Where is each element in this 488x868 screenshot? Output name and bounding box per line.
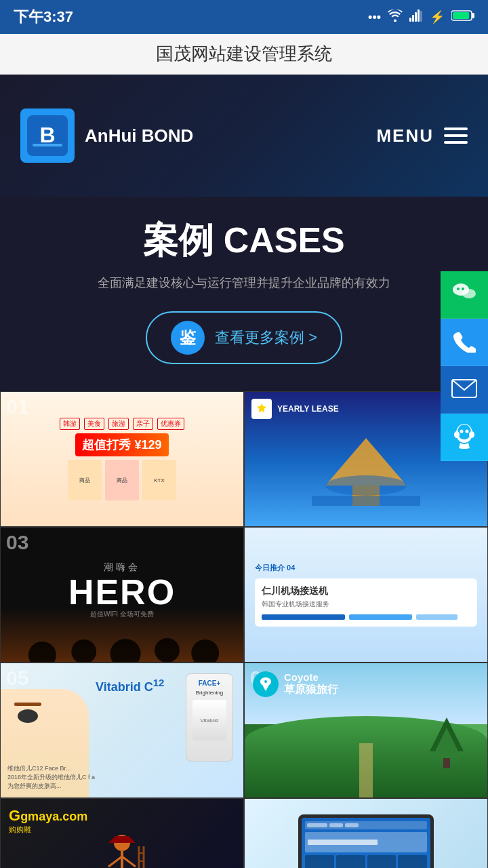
mail-icon [451, 379, 477, 401]
signal-dots-icon: ••• [368, 10, 381, 24]
company-name: AnHui BOND [85, 125, 193, 146]
item-07-bg: Ggmaya.com 购购雕 [1, 799, 243, 868]
phone-button[interactable] [441, 319, 488, 366]
item-04-bg: 今日推介 04 仁川机场接送机 韩国专业机场接送服务 [245, 528, 487, 662]
item-08-bg [245, 799, 487, 868]
svg-line-38 [108, 856, 122, 867]
coyote-chinese: 草原狼旅行 [284, 683, 338, 697]
monitor [298, 814, 434, 869]
svg-point-26 [28, 642, 56, 662]
portfolio-grid: 01 韩游美食旅游亲子优惠券 超值打秀 ¥129 商品 商品 KTX YEARL… [0, 391, 488, 868]
qq-button[interactable] [441, 414, 488, 461]
view-more-button[interactable]: 鉴 查看更多案例 > [146, 311, 342, 364]
portfolio-item-01[interactable]: 01 韩游美食旅游亲子优惠券 超值打秀 ¥129 商品 商品 KTX [0, 391, 244, 527]
charging-icon: ⚡ [430, 9, 445, 24]
status-bar: 下午3:37 ••• ⚡ [0, 0, 488, 34]
svg-point-14 [462, 288, 464, 290]
svg-point-29 [155, 638, 180, 662]
menu-button[interactable]: MENU [376, 125, 468, 146]
svg-text:B: B [39, 123, 55, 147]
portfolio-item-03[interactable]: 03 潮嗨会 HERO 超值WIFI 全场可免费 [0, 527, 244, 663]
coyote-label: Coyote [284, 671, 338, 683]
app-title: 国茂网站建设管理系统 [156, 42, 332, 66]
hamburger-icon [444, 127, 468, 144]
portfolio-item-06[interactable]: 06 [244, 663, 488, 798]
wifi-icon [388, 9, 403, 25]
svg-rect-2 [415, 12, 417, 22]
qq-icon [452, 422, 476, 452]
svg-point-20 [454, 431, 460, 438]
cases-section: 案例 CASES 全面满足建设核心与运行管理并提升企业品牌的有效力 鉴 查看更多… [0, 197, 488, 391]
svg-point-19 [466, 429, 469, 433]
svg-rect-25 [312, 496, 420, 506]
svg-point-27 [71, 639, 96, 662]
svg-point-12 [462, 289, 476, 298]
item-05-bg: Vitabrid C12 FACE+ Brightening Vitabrid … [1, 663, 243, 797]
sidebar-right [441, 271, 488, 461]
cases-btn-icon: 鉴 [171, 321, 205, 355]
portfolio-item-07[interactable]: Ggmaya.com 购购雕 [0, 798, 244, 868]
menu-label: MENU [376, 125, 434, 146]
svg-rect-3 [418, 9, 420, 22]
svg-rect-6 [472, 13, 474, 18]
hero-banner: B AnHui BOND MENU [0, 75, 488, 197]
cases-subtitle: 全面满足建设核心与运行管理并提升企业品牌的有效力 [14, 275, 474, 291]
svg-rect-10 [33, 144, 62, 146]
svg-rect-0 [409, 18, 411, 22]
svg-rect-33 [443, 758, 450, 768]
cases-title: 案例 CASES [14, 217, 474, 264]
svg-point-30 [191, 639, 219, 662]
svg-point-24 [325, 475, 407, 496]
status-icons: ••• ⚡ [368, 9, 474, 25]
svg-point-18 [460, 429, 464, 433]
company-name-block: AnHui BOND [85, 125, 193, 146]
title-bar: 国茂网站建设管理系统 [0, 34, 488, 75]
svg-rect-7 [453, 12, 469, 19]
portfolio-item-04[interactable]: 今日推介 04 仁川机场接送机 韩国专业机场接送服务 [244, 527, 488, 663]
svg-point-13 [457, 288, 460, 290]
svg-rect-1 [412, 15, 414, 22]
cases-btn-label: 查看更多案例 > [215, 328, 317, 348]
svg-rect-4 [420, 11, 422, 22]
phone-icon [453, 330, 476, 355]
company-logo: B [20, 108, 75, 163]
item-05-number: 05 [6, 667, 28, 690]
wechat-button[interactable] [441, 271, 488, 319]
item-03-bg: 潮嗨会 HERO 超值WIFI 全场可免费 [1, 528, 243, 662]
item-06-bg: Coyote 草原狼旅行 [245, 663, 487, 797]
wechat-icon [451, 279, 477, 311]
battery-icon [451, 9, 474, 25]
status-time: 下午3:37 [14, 7, 73, 27]
svg-point-28 [110, 639, 141, 662]
item-01-bg: 韩游美食旅游亲子优惠券 超值打秀 ¥129 商品 商品 KTX [1, 392, 243, 526]
portfolio-item-08[interactable] [244, 798, 488, 868]
mail-button[interactable] [441, 366, 488, 414]
svg-point-21 [469, 431, 474, 438]
svg-point-17 [458, 425, 471, 439]
svg-line-39 [122, 856, 136, 867]
svg-marker-36 [108, 836, 136, 843]
item-01-number: 01 [6, 395, 28, 418]
portfolio-item-05[interactable]: 05 Vitabrid C12 FACE+ Brightening Vitabr… [0, 663, 244, 798]
signal-bars-icon [409, 9, 423, 25]
item-03-number: 03 [6, 531, 28, 554]
